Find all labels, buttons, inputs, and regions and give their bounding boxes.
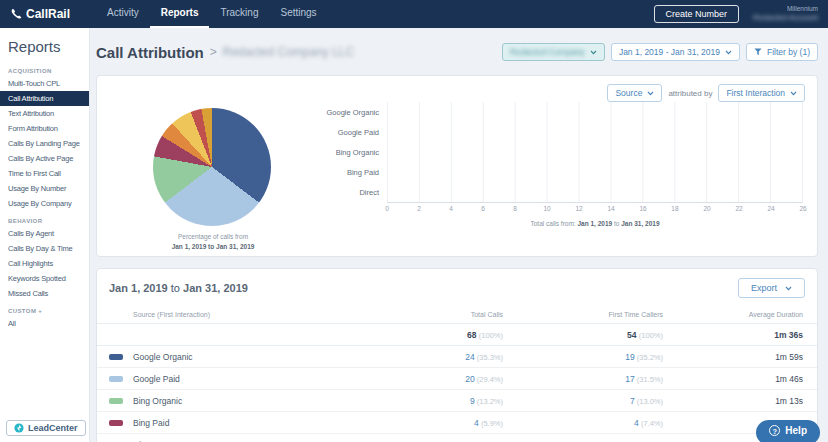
account-menu[interactable]: Millennium Redacted Account [753,5,818,23]
total-calls-value-pct: (35.3%) [475,353,503,362]
axis-tick-label: 22 [735,205,742,212]
table-row-bing-paid[interactable]: Bing Paid4 (5.9%)4 (7.4%)1m 37s [97,412,817,434]
column-source: Source (First Interaction) [133,311,363,318]
chevron-down-icon [790,91,797,96]
table-title-to: to [171,282,180,294]
source-name: Google Organic [133,352,363,362]
sidebar-item-text-attribution[interactable]: Text Attribution [0,106,89,121]
export-label: Export [751,283,777,293]
date-range-value: Jan 1, 2019 - Jan 31, 2019 [619,47,720,57]
axis-tick-label: 2 [417,205,421,212]
filter-button[interactable]: Filter by (1) [746,43,818,61]
column-first-time-callers: First Time Callers [503,311,663,318]
pie-caption-line1: Percentage of calls from [123,232,303,242]
main-content: Call Attribution > Redacted Company LLC … [90,28,828,442]
summary-first-time: 54 [627,330,636,340]
account-name-redacted: Redacted Account [753,13,818,23]
sidebar-item-calls-by-active-page[interactable]: Calls By Active Page [0,151,89,166]
sidebar-item-form-attribution[interactable]: Form Attribution [0,121,89,136]
breadcrumb-separator: > [210,45,217,59]
bar-category-label: Direct [297,182,387,202]
table-row-google-organic[interactable]: Google Organic24 (35.3%)19 (35.2%)1m 59s [97,346,817,368]
table-title: Jan 1, 2019 to Jan 31, 2019 [109,282,248,294]
first-time-callers-value[interactable]: 17 [625,374,634,384]
bar-chart: Google OrganicGoogle PaidBing OrganicBin… [297,102,803,227]
table-header-row: Source (First Interaction) Total Calls F… [97,306,817,324]
bar-chart-grid: Google OrganicGoogle PaidBing OrganicBin… [297,102,803,203]
attributed-by-label: attributed by [668,89,712,98]
summary-avg-duration: 1m 36s [663,330,803,340]
axis-tick-label: 18 [671,205,678,212]
bar-caption: Total calls from: Jan 1, 2019 to Jan 31,… [387,220,803,227]
sidebar-title: Reports [0,28,89,61]
sidebar-item-call-attribution[interactable]: Call Attribution [0,91,89,106]
table-row-bing-organic[interactable]: Bing Organic9 (13.2%)7 (13.0%)1m 13s [97,390,817,412]
sidebar-item-calls-by-agent[interactable]: Calls By Agent [0,226,89,241]
sidebar-item-multi-touch-cpl[interactable]: Multi-Touch CPL [0,76,89,91]
first-time-callers-value[interactable]: 19 [625,352,634,362]
column-average-duration: Average Duration [663,311,803,318]
table-head: Jan 1, 2019 to Jan 31, 2019 Export [97,269,817,306]
summary-total-calls-pct: (100%) [479,331,503,340]
table-body: Google Organic24 (35.3%)19 (35.2%)1m 59s… [97,346,817,442]
axis-tick-label: 26 [799,205,806,212]
top-navbar: CallRail ActivityReportsTrackingSettings… [0,0,828,28]
sidebar-item-all[interactable]: All [0,316,89,331]
table-row-direct[interactable]: Direct4 (5.9%)2 (3.7%)1m 2s [97,434,817,442]
source-color-swatch [109,376,123,382]
sidebar-item-calls-by-landing-page[interactable]: Calls By Landing Page [0,136,89,151]
export-button[interactable]: Export [738,278,805,298]
sidebar-item-usage-by-number[interactable]: Usage By Number [0,181,89,196]
axis-tick-label: 4 [449,205,453,212]
total-calls-value-pct: (5.9%) [479,419,503,428]
first-time-callers-value-pct: (35.2%) [635,353,663,362]
sidebar-item-time-to-first-call[interactable]: Time to First Call [0,166,89,181]
sidebar-item-keywords-spotted[interactable]: Keywords Spotted [0,271,89,286]
bar-caption-prefix: Total calls from: [530,220,575,227]
brand-name: CallRail [26,7,70,21]
nav-item-activity[interactable]: Activity [96,0,150,28]
interaction-dropdown[interactable]: First Interaction [718,84,805,102]
first-time-callers-value-pct: (31.5%) [635,375,663,384]
pie-chart[interactable] [153,108,271,226]
table-row-google-paid[interactable]: Google Paid20 (29.4%)17 (31.5%)1m 46s [97,368,817,390]
total-calls-value[interactable]: 24 [465,352,474,362]
source-dropdown-value: Source [615,88,642,98]
chevron-down-icon [647,91,654,96]
help-button[interactable]: ? Help [756,420,820,442]
source-name: Bing Paid [133,418,363,428]
company-selector-dropdown[interactable]: Redacted Company [502,43,605,61]
page-title: Call Attribution [96,44,204,61]
sidebar-item-calls-by-day-time[interactable]: Calls By Day & Time [0,241,89,256]
phone-icon [10,8,22,20]
company-name-redacted: Redacted Company LLC [223,45,354,59]
bar-labels: Google OrganicGoogle PaidBing OrganicBin… [297,102,387,203]
source-color-swatch [109,398,123,404]
sidebar-section-heading: CUSTOM + [0,301,89,316]
nav-item-settings[interactable]: Settings [269,0,327,28]
leadcenter-button[interactable]: LeadCenter [6,420,86,436]
bar-caption-date1: Jan 1, 2019 [577,220,612,227]
attribution-table-card: Jan 1, 2019 to Jan 31, 2019 Export Sourc… [96,268,818,442]
sidebar-item-call-highlights[interactable]: Call Highlights [0,256,89,271]
date-range-dropdown[interactable]: Jan 1, 2019 - Jan 31, 2019 [611,43,740,61]
source-color-swatch [109,420,123,426]
total-calls-value-pct: (29.4%) [475,375,503,384]
callrail-logo[interactable]: CallRail [10,7,70,21]
pie-caption-dates: Jan 1, 2019 to Jan 31, 2019 [123,242,303,252]
first-time-callers-value-pct: (7.4%) [639,419,663,428]
average-duration-value: 1m 46s [663,374,803,384]
leadcenter-icon [14,423,24,433]
source-dropdown[interactable]: Source [607,84,662,102]
attribution-table: Source (First Interaction) Total Calls F… [97,306,817,442]
average-duration-value: 1m 59s [663,352,803,362]
total-calls-value[interactable]: 20 [465,374,474,384]
nav-item-tracking[interactable]: Tracking [209,0,269,28]
chevron-down-icon [590,50,597,55]
sidebar-item-missed-calls[interactable]: Missed Calls [0,286,89,301]
create-number-button[interactable]: Create Number [654,5,740,23]
axis-tick-label: 24 [767,205,774,212]
sidebar-item-usage-by-company[interactable]: Usage By Company [0,196,89,211]
nav-item-reports[interactable]: Reports [150,0,210,28]
table-title-date2: Jan 31, 2019 [183,282,248,294]
